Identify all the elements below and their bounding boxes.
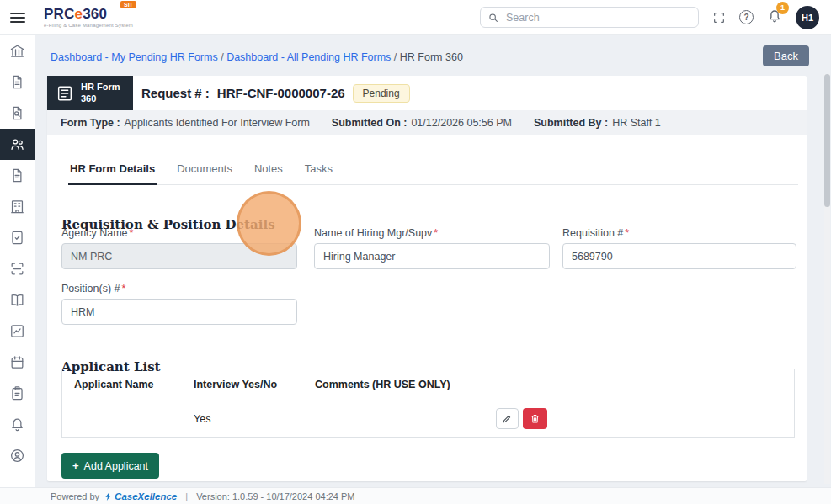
submitted-by-value: HR Staff 1 (612, 117, 660, 129)
document-search-icon (9, 105, 25, 121)
header-actions: ? 1 H1 (480, 6, 831, 29)
tab-notes[interactable]: Notes (253, 155, 285, 185)
required-asterisk: * (434, 227, 438, 239)
bell-icon (9, 416, 25, 432)
status-badge: Pending (353, 84, 410, 103)
scan-icon (9, 261, 25, 277)
main-content: Dashboard - My Pending HR Forms / Dashbo… (35, 35, 831, 487)
hiring-manager-field: Name of Hiring Mgr/Supv* (314, 227, 550, 269)
col-comments: Comments (HR USE ONLY) (303, 369, 496, 401)
requisition-number-field: Requisition #* (562, 227, 796, 269)
form-icon (56, 84, 74, 103)
sidebar-item-documents[interactable] (0, 66, 35, 98)
version-text: Version: 1.0.59 - 10/17/2024 04:24 PM (196, 491, 354, 501)
col-applicant-name: Applicant Name (62, 369, 182, 401)
form-type-value: Applicants Identified For Interview Form (125, 117, 310, 129)
required-asterisk: * (130, 227, 134, 239)
building-icon (9, 199, 25, 215)
form-type-badge: HR Form 360 (47, 76, 133, 110)
required-asterisk: * (625, 227, 629, 239)
cell-interview: Yes (182, 405, 303, 433)
col-interview: Interview Yes/No (182, 369, 303, 401)
tab-tasks[interactable]: Tasks (303, 155, 334, 185)
lightning-icon (104, 491, 113, 501)
tab-documents[interactable]: Documents (175, 155, 234, 185)
hiring-manager-label: Name of Hiring Mgr/Supv* (314, 227, 550, 239)
brand-logo[interactable]: PRCe360 e-Filing & Case Management Syste… (44, 7, 133, 28)
request-number-value: HRF-CNF-0000007-26 (217, 86, 345, 100)
calendar-icon (9, 354, 25, 370)
search-box[interactable] (480, 7, 699, 28)
hiring-manager-input[interactable] (314, 243, 550, 269)
notification-count-badge: 1 (776, 2, 789, 14)
sidebar-item-tasks[interactable] (0, 222, 35, 253)
cell-comments (303, 411, 496, 427)
footer-divider: | (185, 491, 188, 501)
submitted-on-value: 01/12/2026 05:56 PM (411, 117, 512, 129)
breadcrumb-link-my-pending[interactable]: Dashboard - My Pending HR Forms (51, 51, 218, 63)
breadcrumb-link-all-pending[interactable]: Dashboard - All Pending HR Forms (226, 51, 391, 63)
sidebar-item-scan[interactable] (0, 253, 35, 284)
environment-badge: SIT (120, 1, 136, 8)
fullscreen-icon[interactable] (712, 11, 726, 24)
submitted-on-label: Submitted On : (332, 117, 408, 129)
sidebar-nav (0, 35, 35, 487)
casexellence-logo[interactable]: CaseXellence (104, 491, 177, 501)
tab-hr-form-details[interactable]: HR Form Details (68, 155, 157, 185)
request-header: Request # : HRF-CNF-0000007-26 Pending (141, 76, 410, 110)
sidebar-item-calendar[interactable] (0, 347, 35, 378)
tablet-check-icon (9, 230, 25, 246)
delete-applicant-button[interactable] (523, 408, 547, 429)
notifications-button[interactable]: 1 (767, 8, 782, 27)
sidebar-item-hr-forms[interactable] (0, 129, 35, 160)
requisition-number-input[interactable] (562, 243, 796, 269)
request-number-label: Request # : (141, 86, 210, 100)
brand-tagline: e-Filing & Case Management System (44, 23, 133, 28)
position-number-input[interactable] (61, 299, 297, 325)
applicant-table-row: Yes (62, 401, 794, 437)
form-card: HR Form 360 Request # : HRF-CNF-0000007-… (47, 76, 807, 481)
agency-name-field: Agency Name* (61, 227, 297, 269)
position-number-field: Position(s) #* (61, 283, 297, 325)
vertical-scrollbar[interactable] (824, 74, 830, 484)
position-number-label: Position(s) #* (61, 283, 297, 294)
breadcrumb: Dashboard - My Pending HR Forms / Dashbo… (51, 51, 463, 63)
sidebar-item-reports[interactable] (0, 316, 35, 347)
book-icon (9, 292, 25, 308)
edit-applicant-button[interactable] (496, 408, 519, 429)
sidebar-item-library[interactable] (0, 284, 35, 316)
breadcrumb-current: HR Form 360 (400, 51, 463, 63)
form-badge-text: HR Form 360 (81, 82, 120, 103)
search-input[interactable] (504, 11, 691, 24)
back-button[interactable]: Back (763, 45, 809, 66)
chart-icon (9, 323, 25, 339)
breadcrumb-separator: / (394, 51, 397, 63)
cell-applicant-name (62, 411, 182, 427)
sidebar-item-document-lines[interactable] (0, 160, 35, 191)
user-circle-icon (9, 448, 25, 464)
form-meta-bar: Form Type : Applicants Identified For In… (47, 110, 807, 135)
users-icon (9, 136, 25, 152)
applicant-table: Applicant Name Interview Yes/No Comments… (61, 369, 795, 438)
sidebar-item-institution[interactable] (0, 35, 35, 66)
required-asterisk: * (121, 283, 125, 294)
add-applicant-button[interactable]: + Add Applicant (61, 453, 159, 479)
search-icon (487, 12, 499, 24)
breadcrumb-separator: / (221, 51, 223, 63)
trash-icon (530, 413, 541, 424)
sidebar-item-alerts[interactable] (0, 409, 35, 440)
document-icon (9, 74, 25, 90)
sidebar-item-document-search[interactable] (0, 98, 35, 129)
user-avatar[interactable]: H1 (796, 6, 819, 29)
menu-toggle-icon[interactable] (10, 10, 27, 25)
page-footer: Powered by CaseXellence | Version: 1.0.5… (0, 487, 831, 504)
applicant-table-header: Applicant Name Interview Yes/No Comments… (62, 369, 794, 401)
document-lines-icon (9, 167, 25, 183)
powered-by-label: Powered by (51, 491, 99, 501)
help-icon[interactable]: ? (739, 10, 754, 24)
scrollbar-thumb[interactable] (824, 74, 830, 207)
sidebar-item-building[interactable] (0, 191, 35, 222)
sidebar-item-profile[interactable] (0, 440, 35, 471)
sidebar-item-clipboard[interactable] (0, 378, 35, 409)
agency-name-input[interactable] (61, 243, 297, 269)
